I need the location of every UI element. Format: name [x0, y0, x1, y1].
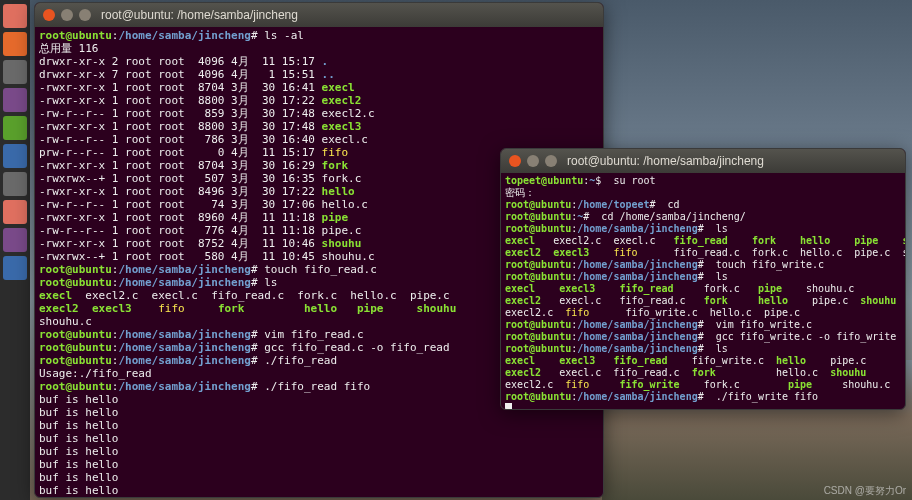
terminal-content[interactable]: topeet@ubuntu:~$ su root密码：root@ubuntu:/… — [501, 173, 905, 410]
titlebar[interactable]: root@ubuntu: /home/samba/jincheng — [35, 3, 603, 27]
close-icon[interactable] — [43, 9, 55, 21]
dock-app-icon[interactable] — [3, 200, 27, 224]
window-title: root@ubuntu: /home/samba/jincheng — [101, 8, 298, 22]
minimize-icon[interactable] — [527, 155, 539, 167]
maximize-icon[interactable] — [545, 155, 557, 167]
dock-app-icon[interactable] — [3, 116, 27, 140]
dock-firefox-icon[interactable] — [3, 32, 27, 56]
dock-terminal-icon[interactable] — [3, 88, 27, 112]
dock-files-icon[interactable] — [3, 4, 27, 28]
close-icon[interactable] — [509, 155, 521, 167]
dock-app-icon[interactable] — [3, 256, 27, 280]
watermark: CSDN @要努力Or — [824, 484, 906, 498]
window-title: root@ubuntu: /home/samba/jincheng — [567, 154, 764, 168]
terminal-window-right[interactable]: root@ubuntu: /home/samba/jincheng topeet… — [500, 148, 906, 410]
cursor-icon — [505, 403, 512, 410]
maximize-icon[interactable] — [79, 9, 91, 21]
dock-app-icon[interactable] — [3, 228, 27, 252]
dock-app-icon[interactable] — [3, 172, 27, 196]
dock-app-icon[interactable] — [3, 144, 27, 168]
titlebar[interactable]: root@ubuntu: /home/samba/jincheng — [501, 149, 905, 173]
dock-settings-icon[interactable] — [3, 60, 27, 84]
minimize-icon[interactable] — [61, 9, 73, 21]
launcher-dock[interactable] — [0, 0, 30, 500]
